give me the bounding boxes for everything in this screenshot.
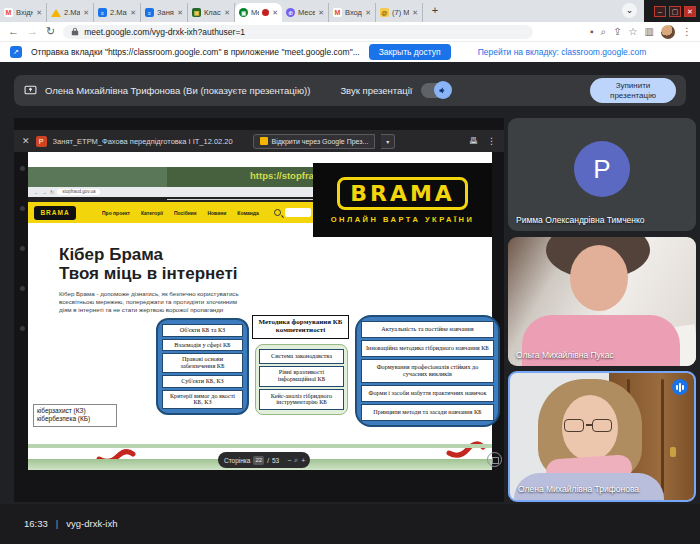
presenter-info-bar: Олена Михайлівна Трифонова (Ви (показуєт… [14, 75, 686, 106]
meet-control-bar: 16:33 | vyg-drxk-ixh ⌃ ⌃ CC [0, 504, 700, 544]
stop-presenting-button[interactable]: Зупинити презентацію [590, 78, 676, 103]
avatar: Р [574, 141, 630, 197]
tab-share-notification: ↗ Отправка вкладки "https://classroom.go… [0, 42, 700, 62]
tab-gmail-ru[interactable]: M Входящи ✕ [329, 3, 376, 22]
window-controls: – ▢ ✕ [644, 0, 700, 22]
participant-tile-olena-active-speaker[interactable]: Олена Михайлівна Трифонова [508, 371, 696, 502]
diagram-box: Актуальність та постійне навчання [361, 321, 494, 338]
browser-menu-icon[interactable]: ⋮ [682, 27, 692, 37]
browser-address-bar: ← → ↻ meet.google.com/vyg-drxk-ixh?authu… [0, 22, 700, 42]
diagram-left-group: Об'єкти КБ та КЗ Взаємодія у сфері КБ Пр… [156, 318, 249, 415]
bookmark-star-icon[interactable]: ☆ [629, 27, 638, 37]
window-minimize-button[interactable]: – [654, 6, 666, 17]
diagram-box: Форми і засоби набуття практичних навичо… [361, 385, 494, 402]
participant-name: Римма Олександрівна Тимченко [516, 215, 645, 225]
forward-icon[interactable]: → [27, 26, 38, 37]
diagram-box: Інноваційна методика гібридного навчання… [361, 340, 494, 357]
docs-icon: ≡ [98, 8, 107, 17]
glasses [592, 419, 612, 432]
tab-label: Вхідні (43 [16, 8, 33, 17]
viewer-page-toolbar: Сторінка 22 / 53 − ⌕ + [218, 452, 310, 468]
page-total: 53 [272, 457, 279, 464]
red-swoosh-right [446, 438, 486, 460]
tab-drive[interactable]: 2.Мате ✕ [47, 3, 94, 22]
side-panel-icon[interactable]: ▥ [645, 27, 654, 37]
volume-icon [438, 86, 447, 95]
viewer-filename: Занят_ЕТРМ_Фахова передпідготовка І ІТ_1… [53, 137, 233, 146]
close-access-button[interactable]: Закрыть доступ [369, 44, 451, 60]
drive-icon [51, 9, 61, 17]
presentation-audio-label: Звук презентації [340, 85, 412, 96]
diagram-box: Кейс-аналіз гібридного інструментарію КБ [259, 389, 344, 410]
diagram-right-group: Актуальність та постійне навчання Іннова… [355, 315, 500, 427]
tab-gmail-inbox[interactable]: M Вхідні (43 ✕ [0, 3, 47, 22]
tab-ukrnet-mail[interactable]: @ (7) Маil ✕ [376, 3, 423, 22]
tab-close-icon[interactable]: ✕ [318, 9, 324, 17]
tab-search-button[interactable]: ⌄ [622, 3, 637, 18]
page-current: 22 [253, 456, 264, 465]
open-with-caret-icon: ▾ [381, 134, 395, 149]
site-search-icon [274, 209, 281, 216]
back-icon[interactable]: ← [8, 26, 19, 37]
nav-item: Про проект [102, 210, 130, 216]
zoom-out-icon: − [287, 457, 291, 464]
tab-close-icon[interactable]: ✕ [83, 9, 89, 17]
diagram-box: Формування професіоналів стійких до суча… [361, 359, 494, 383]
presentation-audio-toggle[interactable] [421, 83, 451, 98]
nav-item: Новини [207, 210, 226, 216]
url-field[interactable]: meet.google.com/vyg-drxk-ixh?authuser=1 [63, 25, 533, 39]
tab-label: Входящи [345, 8, 362, 17]
margin-glyph [20, 166, 25, 171]
avatar-letter: Р [593, 154, 610, 185]
tab-label: 2.Матері [110, 8, 127, 17]
tab-docs-2[interactable]: ≡ Занят 2с ✕ [141, 3, 188, 22]
diagram-box: Принципи методи та засади навчання КБ [361, 404, 494, 421]
cyber-terms-label: кіберзахист (КЗ) кібербезпека (КБ) [33, 404, 117, 427]
tab-close-icon[interactable]: ✕ [130, 9, 136, 17]
slide-title: Кібер Брама Твоя міць в інтернеті [59, 246, 238, 283]
margin-glyph [20, 206, 25, 211]
nav-item: Команда [237, 210, 258, 216]
tab-meet-active[interactable]: ▣ Meet ✕ [235, 3, 282, 22]
participant-name: Ольга Михайлівна Пукас [516, 350, 614, 360]
go-to-tab-link[interactable]: Перейти на вкладку: classroom.google.com [478, 47, 647, 57]
tab-close-icon[interactable]: ✕ [272, 9, 278, 17]
tab-close-icon[interactable]: ✕ [365, 9, 371, 17]
share-icon[interactable]: ⇪ [613, 27, 621, 37]
tab-close-icon[interactable]: ✕ [177, 9, 183, 17]
cyber-defence-label: кіберзахист (КЗ) [37, 407, 113, 415]
tab-label: 2.Мате [64, 8, 80, 17]
viber-icon: ✆ [286, 8, 295, 17]
clock-time: 16:33 [24, 518, 48, 529]
tab-close-icon[interactable]: ✕ [224, 9, 230, 17]
google-slides-icon [260, 137, 268, 145]
shared-screen-view: ✕ P Занят_ЕТРМ_Фахова передпідготовка І … [14, 118, 504, 502]
participant-tile-olha[interactable]: Ольга Михайлівна Пукас [508, 237, 696, 366]
tab-close-icon[interactable]: ✕ [36, 9, 42, 17]
nav-item: Посібник [174, 210, 196, 216]
margin-glyph [20, 326, 25, 331]
tab-label: (7) Маil [392, 8, 409, 17]
presenter-name: Олена Михайлівна Трифонова (Ви (показуєт… [45, 85, 310, 96]
tab-docs-1[interactable]: ≡ 2.Матері ✕ [94, 3, 141, 22]
mini-url-chip: stopfraud.gov.ua [57, 189, 100, 195]
extension-icon[interactable]: ▪ [590, 27, 594, 37]
window-maximize-button[interactable]: ▢ [669, 6, 681, 17]
tab-classroom[interactable]: ▣ Клас | ✕ [188, 3, 235, 22]
classroom-icon: ▣ [192, 8, 201, 17]
tab-close-icon[interactable]: ✕ [412, 9, 418, 17]
door-handle [670, 447, 676, 457]
recording-dot-icon [262, 9, 269, 16]
window-close-button[interactable]: ✕ [684, 6, 696, 17]
participant-tile-rymma[interactable]: Р Римма Олександрівна Тимченко [508, 118, 696, 231]
screen-share-icon [24, 84, 37, 97]
notification-text: Отправка вкладки "https://classroom.goog… [31, 47, 360, 57]
profile-avatar[interactable] [661, 25, 675, 39]
open-with-label: Відкрити через Google През... [272, 138, 369, 145]
mini-back-icon: ← [34, 190, 39, 195]
zoom-icon[interactable]: ⌕ [601, 27, 607, 37]
tab-messenger[interactable]: ✆ Месендж ✕ [282, 3, 329, 22]
new-tab-button[interactable]: + [428, 4, 442, 18]
reload-icon[interactable]: ↻ [46, 26, 55, 37]
diagram-middle-title: Методика формування КБ компетентності [252, 315, 349, 339]
